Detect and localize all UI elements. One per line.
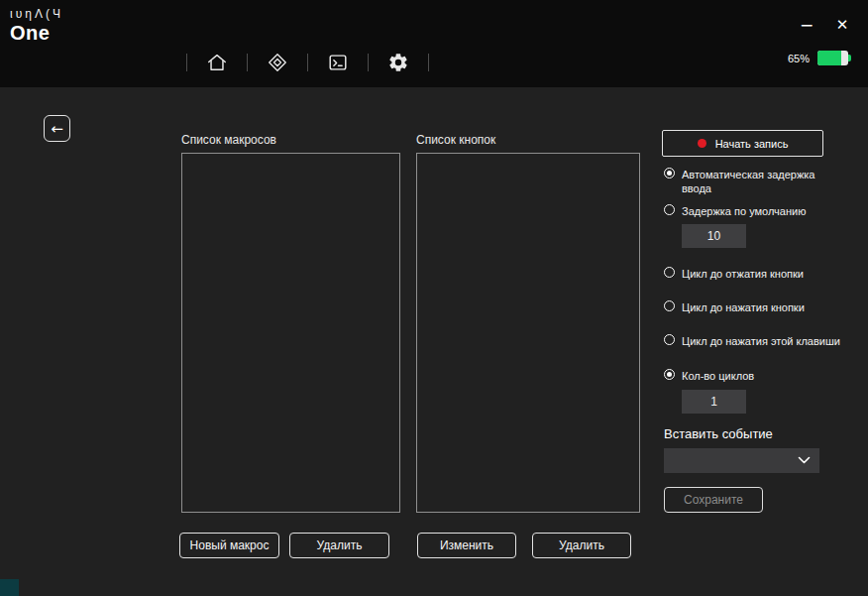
settings-gear-icon[interactable] — [385, 50, 411, 75]
close-button[interactable]: ✕ — [830, 14, 854, 36]
battery-percent: 65% — [788, 53, 810, 64]
radio-cycle-until-key[interactable]: Цикл до нажатия этой клавиши — [664, 334, 854, 348]
macro-list[interactable] — [181, 153, 400, 513]
radio-icon — [664, 300, 675, 311]
edit-key-button[interactable]: Изменить — [417, 533, 516, 558]
toolbar-separator — [368, 54, 369, 71]
radio-icon — [664, 168, 675, 179]
start-record-label: Начать запись — [715, 138, 789, 150]
back-button[interactable]: ← — [44, 115, 70, 142]
battery-tip — [848, 55, 851, 61]
terminal-icon[interactable] — [325, 50, 351, 75]
title-bar: ιυηΛ(Ч One − ✕ — [0, 0, 868, 87]
insert-event-dropdown[interactable] — [664, 448, 819, 473]
chevron-down-icon — [798, 456, 811, 465]
battery-indicator: 65% — [788, 51, 851, 65]
minimize-button[interactable]: − — [795, 14, 818, 36]
radio-icon — [664, 267, 675, 278]
brand-name: ιυηΛ(Ч — [10, 7, 63, 21]
save-button[interactable]: Сохраните — [664, 487, 763, 513]
toolbar-separator — [307, 54, 308, 71]
radio-icon — [664, 204, 675, 215]
cycle-count-input[interactable] — [682, 390, 746, 414]
radio-auto-delay[interactable]: Автоматическая задержка ввода — [664, 168, 824, 195]
battery-icon — [817, 51, 848, 65]
main-toolbar — [186, 49, 429, 76]
delete-key-button[interactable]: Удалить — [532, 533, 631, 558]
delete-macro-button[interactable]: Удалить — [289, 533, 389, 558]
record-dot-icon — [698, 139, 706, 148]
insert-event-label: Вставить событие — [664, 426, 773, 441]
start-record-button[interactable]: Начать запись — [662, 130, 823, 157]
brand-model: One — [10, 22, 63, 45]
macro-list-title: Список макросов — [181, 133, 276, 147]
bottom-left-artifact — [0, 579, 19, 596]
key-list[interactable] — [416, 153, 640, 513]
toolbar-separator — [428, 54, 429, 71]
radio-icon — [664, 334, 675, 345]
new-macro-button[interactable]: Новый макрос — [179, 533, 279, 558]
app-window: ιυηΛ(Ч One − ✕ — [0, 0, 868, 596]
toolbar-separator — [186, 54, 187, 71]
key-list-title: Список кнопок — [416, 133, 495, 147]
radio-default-delay[interactable]: Задержка по умолчанию — [664, 204, 854, 218]
toolbar-separator — [247, 54, 248, 71]
radio-cycle-until-press[interactable]: Цикл до нажатия кнопки — [664, 300, 854, 314]
profiles-diamond-icon[interactable] — [265, 50, 290, 75]
radio-cycle-count[interactable]: Кол-во циклов — [664, 369, 854, 383]
radio-icon — [664, 369, 675, 380]
default-delay-input[interactable] — [682, 224, 746, 248]
brand-logo: ιυηΛ(Ч One — [10, 7, 63, 45]
radio-cycle-until-release[interactable]: Цикл до отжатия кнопки — [664, 267, 854, 281]
home-icon[interactable] — [204, 50, 230, 75]
